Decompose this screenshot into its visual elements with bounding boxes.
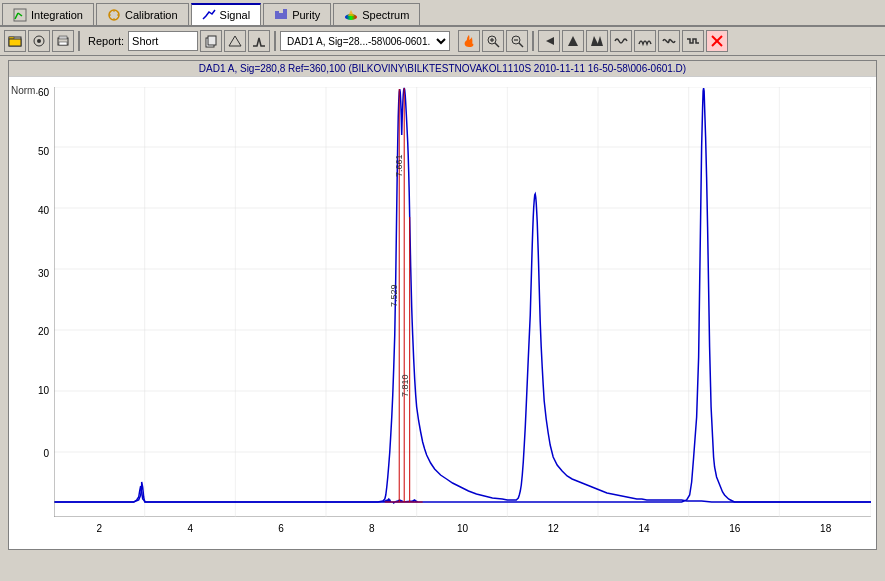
toolbar-btn-zoom-in[interactable]: [482, 30, 504, 52]
svg-marker-32: [568, 36, 578, 46]
peak-label-7661: 7.661: [394, 155, 404, 177]
zoom-in-icon: [486, 34, 500, 48]
x-label-14: 14: [599, 523, 690, 543]
y-label-50: 50: [38, 146, 49, 157]
toolbar-btn-a1[interactable]: [224, 30, 246, 52]
svg-rect-20: [59, 42, 67, 45]
tab-bar: Integration Calibration Signal Purity: [0, 0, 885, 27]
chart-svg: 7.529 7.661 7.810: [54, 87, 871, 517]
toolbar-btn-wave[interactable]: [610, 30, 632, 52]
toolbar-btn-arrow-left[interactable]: [538, 30, 560, 52]
svg-rect-10: [283, 9, 287, 19]
peak-label-7529: 7.529: [389, 285, 399, 307]
svg-line-25: [495, 43, 499, 47]
tab-purity-label: Purity: [292, 9, 320, 21]
y-label-40: 40: [38, 205, 49, 216]
x-label-18: 18: [780, 523, 871, 543]
arrow-left-icon: [542, 34, 556, 48]
toolbar-btn-wave2[interactable]: [634, 30, 656, 52]
x-label-2: 2: [54, 523, 145, 543]
svg-rect-9: [279, 13, 283, 19]
x-label-12: 12: [508, 523, 599, 543]
toolbar-btn-open[interactable]: [4, 30, 26, 52]
svg-line-29: [519, 43, 523, 47]
x-label-10: 10: [417, 523, 508, 543]
svg-line-1: [15, 13, 18, 19]
peak-icon: [252, 34, 266, 48]
toolbar-btn-flame[interactable]: [458, 30, 480, 52]
svg-line-2: [18, 13, 22, 16]
x-label-16: 16: [689, 523, 780, 543]
tab-calibration[interactable]: Calibration: [96, 3, 189, 25]
toolbar-btn-zoom-out[interactable]: [506, 30, 528, 52]
chart-header: DAD1 A, Sig=280,8 Ref=360,100 (BILKOVINY…: [9, 61, 876, 77]
signal-select[interactable]: DAD1 A, Sig=28...-58\006-0601.D): [280, 31, 450, 51]
zoom-out-icon: [510, 34, 524, 48]
chart-panel: DAD1 A, Sig=280,8 Ref=360,100 (BILKOVINY…: [8, 60, 877, 550]
peak-split-icon: [590, 34, 604, 48]
tab-integration[interactable]: Integration: [2, 3, 94, 25]
tab-signal-label: Signal: [220, 9, 251, 21]
svg-rect-15: [9, 39, 21, 46]
tab-integration-label: Integration: [31, 9, 83, 21]
view-icon: [32, 34, 46, 48]
tab-spectrum[interactable]: Spectrum: [333, 3, 420, 25]
y-label-30: 30: [38, 268, 49, 279]
peak-label-7810: 7.810: [400, 375, 410, 397]
svg-marker-31: [546, 37, 554, 45]
wave2-icon: [638, 34, 652, 48]
spectrum-icon: [344, 8, 358, 22]
triangle-icon: [228, 34, 242, 48]
wave-icon: [614, 34, 628, 48]
toolbar-btn-copy[interactable]: [200, 30, 222, 52]
toolbar-btn-close[interactable]: [706, 30, 728, 52]
x-label-8: 8: [326, 523, 417, 543]
peak-up-icon: [566, 34, 580, 48]
svg-point-17: [37, 39, 41, 43]
y-label-60: 60: [38, 87, 49, 98]
integration-icon: [13, 8, 27, 22]
toolbar-btn-a2[interactable]: [248, 30, 270, 52]
svg-rect-19: [59, 36, 67, 39]
svg-rect-8: [275, 11, 279, 19]
flame-icon: [462, 34, 476, 48]
y-label-20: 20: [38, 326, 49, 337]
x-label-4: 4: [145, 523, 236, 543]
toolbar-btn-print[interactable]: [52, 30, 74, 52]
toolbar-btn-view[interactable]: [28, 30, 50, 52]
wave3-icon: [662, 34, 676, 48]
tab-spectrum-label: Spectrum: [362, 9, 409, 21]
print-icon: [56, 34, 70, 48]
svg-rect-22: [208, 36, 216, 45]
svg-marker-34: [597, 36, 603, 46]
toolbar-separator-1: [78, 31, 80, 51]
toolbar-btn-wave4[interactable]: [682, 30, 704, 52]
purity-icon: [274, 8, 288, 22]
toolbar-separator-2: [274, 31, 276, 51]
close-red-icon: [710, 34, 724, 48]
y-label-0: 0: [43, 448, 49, 459]
chart-area[interactable]: Norm. 60 50 40 30 20 10 0: [9, 77, 876, 545]
wave4-icon: [686, 34, 700, 48]
tab-signal[interactable]: Signal: [191, 3, 262, 25]
signal-icon: [202, 8, 216, 22]
tab-calibration-label: Calibration: [125, 9, 178, 21]
toolbar-btn-peak-up[interactable]: [562, 30, 584, 52]
toolbar-btn-wave3[interactable]: [658, 30, 680, 52]
svg-marker-23: [229, 36, 241, 46]
report-input[interactable]: [128, 31, 198, 51]
x-label-6: 6: [236, 523, 327, 543]
calibration-icon: [107, 8, 121, 22]
chart-container: DAD1 A, Sig=280,8 Ref=360,100 (BILKOVINY…: [0, 56, 885, 554]
y-axis-labels: 60 50 40 30 20 10 0: [9, 87, 51, 507]
tab-purity[interactable]: Purity: [263, 3, 331, 25]
copy-icon: [204, 34, 218, 48]
open-icon: [8, 34, 22, 48]
toolbar-separator-3: [532, 31, 534, 51]
toolbar-btn-peak-split[interactable]: [586, 30, 608, 52]
y-label-10: 10: [38, 385, 49, 396]
toolbar: Report: DAD1 A, Sig=28...-58\006-0601.D): [0, 27, 885, 56]
report-label: Report:: [88, 35, 124, 47]
x-axis: 2 4 6 8 10 12 14 16 18: [54, 523, 871, 543]
svg-marker-12: [348, 10, 354, 16]
